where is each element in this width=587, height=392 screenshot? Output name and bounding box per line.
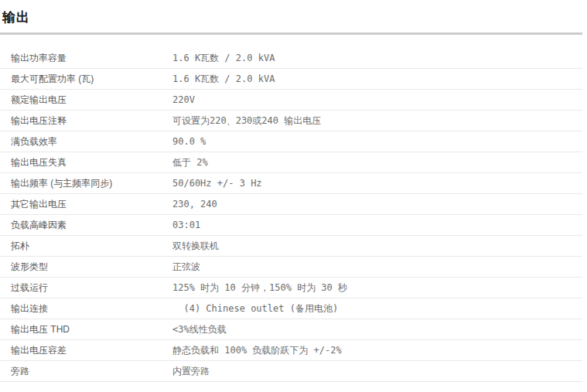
spec-label: 输出电压 THD [0,323,172,336]
spec-label: 输出频率 (与主频率同步) [0,177,172,190]
spec-value: 可设置为220、230或240 输出电压 [172,114,582,128]
spec-value: 50/60Hz +/- 3 Hz [172,178,582,189]
spec-row: 过载运行 125% 时为 10 分钟，150% 时为 30 秒 [0,278,582,298]
section-title: 输出 [2,9,587,26]
spec-table: 输出功率容量 1.6 K瓦数 / 2.0 kVA 最大可配置功率 (瓦) 1.6… [0,48,582,382]
spec-label: 输出电压容差 [0,344,172,357]
spec-label: 旁路 [0,365,172,378]
spec-label: 波形类型 [0,261,172,274]
spec-label: 输出电压失真 [0,156,172,169]
spec-row: 满负载效率 90.0 % [0,131,582,152]
spec-row: 负载高峰因素 03:01 [0,215,582,236]
spec-row: 旁路 内置旁路 [0,361,582,382]
spec-row: 输出电压 THD <3%线性负载 [0,319,582,340]
spec-row: 拓朴 双转换联机 [0,236,582,257]
spec-value: <3%线性负载 [172,323,582,336]
spec-label: 最大可配置功率 (瓦) [0,73,172,86]
spec-value: 静态负载和 100% 负载阶跃下为 +/-2% [172,344,582,357]
spec-row: 输出频率 (与主频率同步) 50/60Hz +/- 3 Hz [0,173,582,194]
spec-label: 输出电压注释 [0,114,172,128]
title-divider [0,32,582,35]
spec-value: 1.6 K瓦数 / 2.0 kVA [172,52,582,65]
spec-value: 90.0 % [172,136,582,147]
spec-row: 输出电压失真 低于 2% [0,152,582,173]
spec-label: 负载高峰因素 [0,219,172,232]
spec-row: 额定输出电压 220V [0,90,582,111]
spec-value: 220V [172,94,582,105]
spec-value: 双转换联机 [172,240,582,253]
spec-row: 输出电压注释 可设置为220、230或240 输出电压 [0,111,582,131]
spec-value: 125% 时为 10 分钟，150% 时为 30 秒 [172,281,582,295]
spec-row: 波形类型 正弦波 [0,257,582,278]
spec-value: 230, 240 [172,199,582,210]
spec-row: 输出连接 (4) Chinese outlet (备用电池) [0,298,582,319]
spec-row: 输出电压容差 静态负载和 100% 负载阶跃下为 +/-2% [0,340,582,361]
spec-label: 拓朴 [0,240,172,253]
spec-row: 最大可配置功率 (瓦) 1.6 K瓦数 / 2.0 kVA [0,69,582,90]
spec-value: 低于 2% [172,156,582,169]
spec-label: 其它输出电压 [0,198,172,211]
spec-value: 内置旁路 [172,365,582,378]
spec-row: 输出功率容量 1.6 K瓦数 / 2.0 kVA [0,48,582,69]
spec-label: 满负载效率 [0,135,172,148]
spec-value: (4) Chinese outlet (备用电池) [172,302,582,315]
spec-label: 输出连接 [0,302,172,315]
spec-label: 额定输出电压 [0,94,172,107]
spec-label: 过载运行 [0,281,172,295]
spec-label: 输出功率容量 [0,52,172,65]
spec-value: 正弦波 [172,261,582,274]
output-spec-page: 输出 输出功率容量 1.6 K瓦数 / 2.0 kVA 最大可配置功率 (瓦) … [0,0,587,392]
spec-row: 其它输出电压 230, 240 [0,194,582,215]
spec-value: 03:01 [172,220,582,230]
spec-value: 1.6 K瓦数 / 2.0 kVA [172,73,582,86]
